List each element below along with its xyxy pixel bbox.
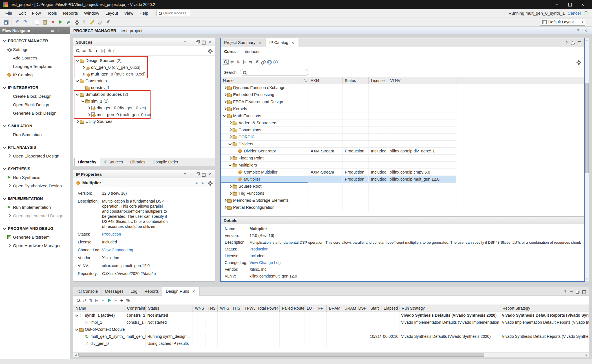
flow-item-add-sources[interactable]: Add Sources <box>0 54 70 62</box>
runs-column-status[interactable]: Status <box>146 305 193 312</box>
runs-magnifier-button[interactable] <box>76 298 81 303</box>
expander[interactable] <box>228 156 232 160</box>
vertical-scrollbar[interactable] <box>585 38 589 282</box>
toolbar-wrench-button[interactable] <box>104 18 112 26</box>
sources-tree-row-utility-sources[interactable]: Utility Sources <box>73 118 215 125</box>
sources-tree-row-constraints[interactable]: Constraints <box>73 77 215 84</box>
tab-log[interactable]: Log <box>127 287 141 296</box>
ip-catalog-row-embedded-processing[interactable]: Embedded Processing <box>221 91 456 98</box>
sources-maximize-button[interactable] <box>201 39 206 45</box>
runs-column-lut[interactable]: LUT <box>304 305 316 312</box>
scrollbar-thumb[interactable] <box>78 353 484 357</box>
ipprops-close-button[interactable] <box>207 171 213 177</box>
toolbar-run-button[interactable] <box>57 18 64 26</box>
menu-item-flow[interactable]: Flow <box>29 9 44 17</box>
runs-step-first-button[interactable] <box>94 298 100 303</box>
catalog-column-axi4[interactable]: AXI4 <box>308 77 343 84</box>
runs-column-whs[interactable]: WHS <box>218 305 230 312</box>
sources-tool-plus-button[interactable] <box>94 48 99 54</box>
runs-collapse-button[interactable] <box>82 298 87 303</box>
expander[interactable] <box>222 114 227 118</box>
catalog-settings-button[interactable] <box>575 58 582 66</box>
menu-item-file[interactable]: File <box>2 9 15 17</box>
sources-tab-ip-sources[interactable]: IP Sources <box>100 158 127 166</box>
toolbar-pencil-button[interactable] <box>89 18 96 26</box>
runs-column-wns[interactable]: WNS <box>193 305 206 312</box>
flow-item-run-simulation[interactable]: Run Simulation <box>0 130 70 139</box>
sources-question-button[interactable] <box>182 39 188 45</box>
tab-reports[interactable]: Reports <box>141 287 162 296</box>
catalog-win-maximize-button[interactable] <box>576 40 582 45</box>
sources-tree-row-mult-gen-0[interactable]: mult_gen_0(mult_gen_0.xci) <box>73 71 215 77</box>
tab-ip-catalog[interactable]: IP Catalog <box>266 38 299 47</box>
sources-tab-compile-order[interactable]: Compile Order <box>149 158 182 166</box>
scroll-left-button[interactable] <box>73 353 78 357</box>
design-run-row-mult-gen-0-synth-1[interactable]: mult_gen_0_synth_1mult_gen_0Running synt… <box>73 333 589 340</box>
flow-item-run-implementation[interactable]: Run Implementation <box>0 203 70 211</box>
sources-tab-libraries[interactable]: Libraries <box>127 158 149 166</box>
menu-item-tools[interactable]: Tools <box>44 9 60 17</box>
tab-messages[interactable]: Messages <box>101 287 127 296</box>
expander[interactable] <box>228 142 232 146</box>
sources-tree-row-constrs-1[interactable]: constrs_1 <box>73 84 215 91</box>
catalog-column-name[interactable]: Name^1 <box>221 77 308 84</box>
ip-catalog-row-multipliers[interactable]: Multipliers <box>221 162 456 169</box>
design-run-row-out-of-context-module-runs[interactable]: Out-of-Context Module Runs <box>73 326 589 333</box>
expander[interactable] <box>222 99 227 104</box>
flow-section-header-program-and-debug[interactable]: PROGRAM AND DEBUG <box>0 224 70 233</box>
design-run-row-synth-1-active[interactable]: synth_1 (active)constrs_1Not startedViva… <box>73 312 589 319</box>
ip-catalog-row-floating-point[interactable]: Floating Point <box>221 155 456 162</box>
expander[interactable] <box>74 313 79 318</box>
sources-tool-magnifier-button[interactable] <box>75 48 81 54</box>
sources-tree-row-simulation-sources[interactable]: Simulation Sources(2) <box>73 91 215 98</box>
close-button[interactable] <box>576 0 589 9</box>
expander[interactable] <box>228 163 232 167</box>
sources-tool-collapse-button[interactable] <box>81 48 87 54</box>
flow-item-open-implemented-design[interactable]: Open Implemented Design <box>0 211 70 220</box>
expander[interactable] <box>222 106 227 111</box>
catalog-column-status[interactable]: Status <box>343 77 369 84</box>
runs-column-total-power[interactable]: Total Power <box>255 305 280 312</box>
ip-catalog-row-dynamic-function-exchange[interactable]: Dynamic Function eXchange <box>221 84 456 91</box>
banner-close-button[interactable] <box>583 28 589 33</box>
expander[interactable] <box>222 85 227 90</box>
flownav-minimize-button[interactable] <box>62 28 67 34</box>
detail-value[interactable]: View Change Log <box>249 260 280 265</box>
expander[interactable] <box>228 121 232 125</box>
layout-selector[interactable]: Default Layout <box>540 19 585 26</box>
flow-item-create-block-design[interactable]: Create Block Design <box>0 92 70 100</box>
previous-object-button[interactable] <box>193 180 199 186</box>
runs-plus-button[interactable] <box>119 298 125 303</box>
banner-question-button[interactable] <box>575 28 581 33</box>
expander[interactable] <box>75 79 79 83</box>
ip-catalog-row-dividers[interactable]: Dividers <box>221 141 456 148</box>
ip-catalog-row-kernels[interactable]: Kernels <box>221 105 456 112</box>
runs-expand-button[interactable] <box>88 298 94 303</box>
toolbar-redo-button[interactable] <box>22 18 29 26</box>
expander[interactable] <box>74 327 79 332</box>
toolbar-undo-button[interactable] <box>14 18 21 26</box>
catalog-magnifier-button[interactable] <box>223 59 229 65</box>
detail-value[interactable]: Production <box>249 247 268 251</box>
flow-item-run-synthesis[interactable]: Run Synthesis <box>0 173 70 181</box>
expander[interactable] <box>75 119 79 124</box>
ip-catalog-row-square-root[interactable]: Square Root <box>221 183 456 190</box>
flow-item-settings[interactable]: Settings <box>0 45 70 54</box>
ip-catalog-row-fpga-features-and-design[interactable]: FPGA Features and Design <box>221 98 456 105</box>
runs-column-constraints[interactable]: Constraints <box>125 305 146 312</box>
catalog-expand-button[interactable] <box>235 59 241 65</box>
ip-catalog-row-trig-functions[interactable]: Trig Functions <box>221 190 456 197</box>
flow-item-open-hardware-manager[interactable]: Open Hardware Manager <box>0 241 70 250</box>
menu-item-edit[interactable]: Edit <box>15 9 29 17</box>
flow-item-ip-catalog[interactable]: IP Catalog <box>0 70 70 79</box>
catalog-column-vlnv[interactable]: VLNV <box>388 77 456 84</box>
scroll-down-icon[interactable] <box>585 277 589 281</box>
sources-tool-expand-button[interactable] <box>87 48 93 54</box>
sources-tree-row-div-gen-0[interactable]: div_gen_0(div_gen_0.xci) <box>73 105 215 111</box>
runs-win-float-button[interactable] <box>575 288 580 294</box>
expander[interactable] <box>81 72 85 76</box>
flow-item-generate-block-design[interactable]: Generate Block Design <box>0 109 70 117</box>
ip-catalog-row-conversions[interactable]: Conversions <box>221 126 456 134</box>
runs-column-tpws[interactable]: TPWS <box>242 305 255 312</box>
runs-column-run-strategy[interactable]: Run Strategy <box>399 305 500 312</box>
